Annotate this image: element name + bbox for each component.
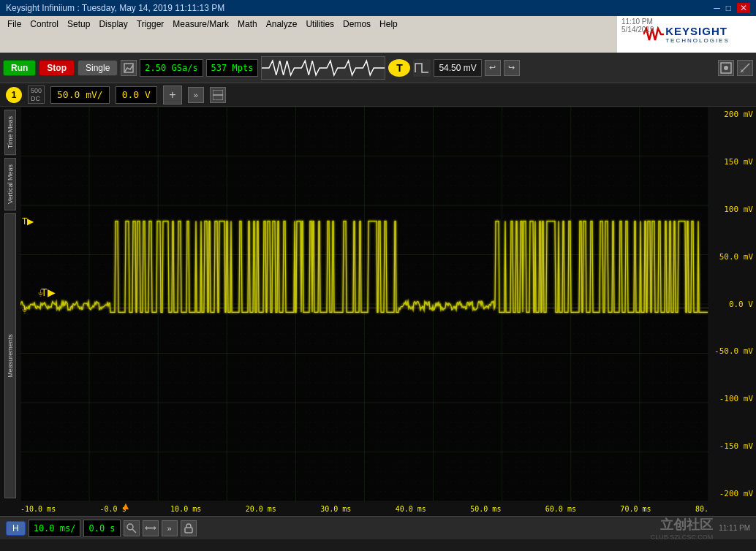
menu-utilities[interactable]: Utilities xyxy=(301,18,339,31)
ground-marker: ⏚ xyxy=(38,287,43,297)
t-label-3: 20.0 ms xyxy=(246,505,276,513)
y-label-0: 200 mV xyxy=(711,110,753,119)
stop-button[interactable]: Stop xyxy=(39,60,75,76)
menu-display[interactable]: Display xyxy=(94,18,132,31)
menu-demos[interactable]: Demos xyxy=(339,18,375,31)
lock-icon[interactable] xyxy=(181,520,197,536)
y-label-4: 0.0 V xyxy=(711,300,753,309)
run-button[interactable]: Run xyxy=(3,60,36,76)
t-label-6: 50.0 ms xyxy=(470,505,501,513)
redo-icon[interactable]: ↪ xyxy=(504,60,520,76)
touch-icon[interactable] xyxy=(718,60,734,76)
channel-coupling-bottom: DC xyxy=(31,95,42,103)
scope-area: Time Meas Vertical Meas Measurements T▶ … xyxy=(0,107,756,501)
channel-badge: 1 xyxy=(6,87,22,103)
horizontal-button[interactable]: H xyxy=(6,521,26,536)
restore-btn[interactable]: □ xyxy=(726,3,731,13)
logo-brand: KEYSIGHT xyxy=(665,25,730,37)
close-btn[interactable]: ✕ xyxy=(737,3,750,13)
menu-trigger[interactable]: Trigger xyxy=(132,18,169,31)
left-labels: Time Meas Vertical Meas Measurements xyxy=(0,107,20,501)
top-time: 11:10 PM 5/14/2019 xyxy=(621,18,654,34)
channel-coupling-top: 500 xyxy=(31,87,42,95)
waveform-preview xyxy=(261,56,385,80)
vertical-meas-tab[interactable]: Vertical Meas xyxy=(4,158,16,210)
menu-measure-mark[interactable]: Measure/Mark xyxy=(168,18,233,31)
svg-rect-10 xyxy=(185,528,192,533)
time-div-display: 10.0 ms/ xyxy=(29,520,81,537)
menu-help[interactable]: Help xyxy=(375,18,402,31)
y-label-7: -150 mV xyxy=(711,441,753,451)
y-label-2: 100 mV xyxy=(711,205,753,214)
y-label-8: -200 mV xyxy=(711,489,753,498)
nav-right-icon[interactable]: » xyxy=(162,520,178,536)
channel-bar: 1 500 DC 50.0 mV/ 0.0 V + » xyxy=(0,83,756,107)
watermark-sub: CLUB.SZLCSC.COM xyxy=(651,533,714,541)
time-meas-tab[interactable]: Time Meas xyxy=(4,110,16,155)
svg-point-8 xyxy=(127,524,133,530)
title-text: Keysight Infiniium : Tuesday, May 14, 20… xyxy=(6,3,224,13)
svg-line-9 xyxy=(132,529,136,533)
channel-menu-icon[interactable]: » xyxy=(188,87,204,103)
y-label-3: 50.0 mV xyxy=(711,252,753,262)
t-label-8: 70.0 ms xyxy=(620,505,651,513)
bottom-timestamp: 11:11 PM xyxy=(719,524,750,532)
keysight-logo: KEYSIGHT TECHNOLOGIES 11:10 PM 5/14/2019 xyxy=(617,16,756,53)
pan-icon[interactable]: ⟺ xyxy=(143,520,159,536)
grid-overlay xyxy=(20,107,708,501)
t-label-0: -10.0 ms xyxy=(20,505,56,513)
menu-analyze[interactable]: Analyze xyxy=(262,18,302,31)
title-bar: Keysight Infiniium : Tuesday, May 14, 20… xyxy=(0,0,756,16)
y-axis: 200 mV 150 mV 100 mV 50.0 mV 0.0 V -50.0… xyxy=(708,107,756,501)
logo-sub: TECHNOLOGIES xyxy=(665,37,730,44)
measurements-tab[interactable]: Measurements xyxy=(4,213,16,498)
t-label-2: 10.0 ms xyxy=(170,505,201,513)
time-offset-display: 0.0 s xyxy=(83,520,120,537)
menu-file[interactable]: File xyxy=(3,18,26,31)
time-axis: -10.0 ms -0.0 s 10.0 ms 20.0 ms 30.0 ms … xyxy=(0,501,756,516)
trigger-indicator: T xyxy=(388,59,410,77)
memory-depth-display: 537 Mpts xyxy=(206,59,259,77)
t-label-4: 30.0 ms xyxy=(320,505,351,513)
add-channel-icon[interactable]: + xyxy=(163,86,182,104)
t-label-7: 60.0 ms xyxy=(545,505,576,513)
t-label-9: 80. xyxy=(695,505,708,513)
menu-control[interactable]: Control xyxy=(26,18,63,31)
t-label-5: 40.0 ms xyxy=(396,505,426,513)
measure-icon[interactable] xyxy=(737,60,753,76)
channel-settings-icon[interactable] xyxy=(210,87,226,103)
menu-math[interactable]: Math xyxy=(233,18,262,31)
menu-bar: File Control Setup Display Trigger Measu… xyxy=(0,16,405,32)
trigger-level-display: 54.50 mV xyxy=(434,59,481,77)
y-label-1: 150 mV xyxy=(711,157,753,167)
watermark-text: 立创社区 xyxy=(660,516,713,533)
undo-icon[interactable]: ↩ xyxy=(485,60,501,76)
menu-setup[interactable]: Setup xyxy=(63,18,94,31)
auto-scale-icon[interactable] xyxy=(121,60,137,76)
y-label-5: -50.0 mV xyxy=(711,346,753,356)
minimize-btn[interactable]: ─ xyxy=(714,3,720,13)
single-button[interactable]: Single xyxy=(78,60,118,76)
channel-offset[interactable]: 0.0 V xyxy=(116,86,157,104)
sample-rate-display: 2.50 GSa/s xyxy=(140,59,203,77)
toolbar: Run Stop Single 2.50 GSa/s 537 Mpts T 54… xyxy=(0,53,756,83)
svg-point-3 xyxy=(724,66,728,70)
y-label-6: -100 mV xyxy=(711,394,753,403)
zoom-icon[interactable] xyxy=(124,520,140,536)
channel-scale[interactable]: 50.0 mV/ xyxy=(50,86,110,104)
trigger-time-marker: ▲ xyxy=(121,500,131,512)
bottom-toolbar: H 10.0 ms/ 0.0 s ⟺ » 立创社区 CLUB.SZLCSC.CO… xyxy=(0,516,756,539)
oscilloscope-grid[interactable]: T▶ ⏚ xyxy=(20,107,708,501)
trigger-edge-icon xyxy=(413,59,431,77)
